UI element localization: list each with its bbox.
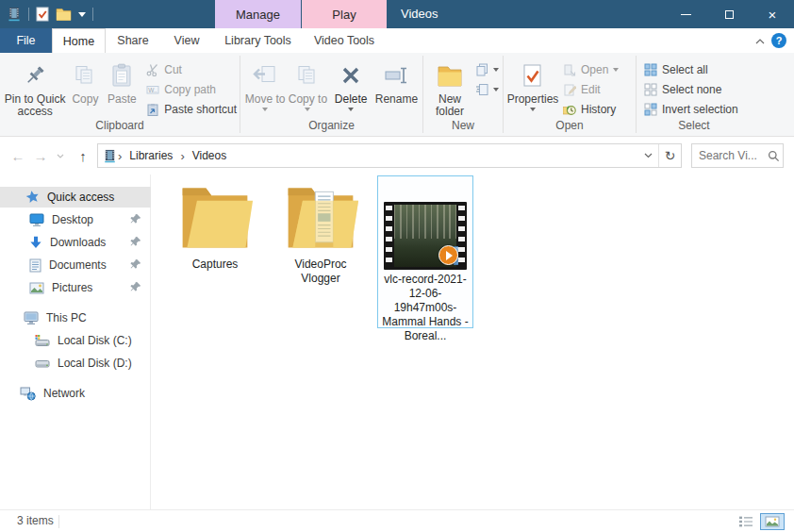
new-item-button[interactable]: [475, 62, 499, 77]
new-item-icon: [475, 63, 488, 76]
sidebar-item-local-disk-c[interactable]: Local Disk (C:): [0, 330, 151, 351]
minimize-button[interactable]: [664, 0, 707, 28]
select-none-button[interactable]: Select none: [644, 82, 738, 97]
dropdown-arrow-icon: [530, 108, 536, 111]
sidebar-item-local-disk-d[interactable]: Local Disk (D:): [0, 353, 151, 374]
pin-to-quick-access-button[interactable]: Pin to Quick access: [3, 57, 67, 118]
help-button[interactable]: ?: [771, 33, 786, 48]
ribbon: Pin to Quick access Copy Paste: [0, 53, 794, 137]
tab-file[interactable]: File: [0, 28, 52, 53]
location-icon: [98, 149, 117, 163]
tab-library-tools[interactable]: Library Tools: [215, 28, 301, 53]
sidebar-item-label: Downloads: [50, 236, 106, 249]
address-bar[interactable]: › Libraries › Videos ↻: [97, 143, 682, 168]
close-button[interactable]: ×: [751, 0, 794, 28]
thumbnails-view-button[interactable]: [760, 513, 785, 530]
navigation-pane: Quick access Desktop Downloads Documents…: [0, 175, 151, 509]
breadcrumb-libraries[interactable]: Libraries: [123, 144, 179, 167]
minimize-icon: [681, 14, 691, 15]
recent-locations-button[interactable]: [53, 137, 68, 175]
easy-access-button[interactable]: [475, 82, 499, 97]
close-icon: ×: [769, 8, 777, 22]
maximize-button[interactable]: [707, 0, 751, 28]
breadcrumb-videos[interactable]: Videos: [186, 144, 233, 167]
open-button[interactable]: Open: [563, 62, 619, 77]
ribbon-group-select: Select all Select none Invert selection …: [637, 53, 752, 136]
button-label: Properties: [507, 93, 559, 106]
history-button[interactable]: History: [563, 102, 619, 117]
paste-shortcut-button[interactable]: Paste shortcut: [146, 102, 237, 117]
ribbon-group-new: New folder New: [423, 53, 503, 136]
network-icon: [20, 387, 36, 401]
file-tile-vlc-record-selected[interactable]: vlc-record-2021-12-06-19h47m00s-Mammal H…: [377, 175, 473, 328]
search-input[interactable]: [692, 149, 764, 162]
button-label: Invert selection: [662, 103, 738, 116]
tab-video-tools[interactable]: Video Tools: [302, 28, 387, 53]
desktop-icon: [29, 213, 44, 227]
copy-path-button[interactable]: W.. Copy path: [146, 82, 237, 97]
contextual-tab-manage[interactable]: Manage: [215, 0, 301, 28]
sidebar-item-documents[interactable]: Documents: [0, 255, 151, 275]
qat-properties-button[interactable]: [36, 7, 49, 22]
sidebar-item-pictures[interactable]: Pictures: [0, 277, 151, 298]
rename-button[interactable]: Rename: [373, 57, 420, 106]
paste-icon: [110, 59, 133, 91]
tab-home[interactable]: Home: [52, 28, 106, 53]
sidebar-item-label: Quick access: [47, 191, 114, 204]
select-all-button[interactable]: Select all: [644, 62, 738, 77]
cut-button[interactable]: Cut: [146, 62, 237, 77]
group-label-clipboard: Clipboard: [0, 119, 240, 136]
properties-check-icon: [522, 59, 543, 91]
copy-button[interactable]: Copy: [67, 57, 103, 106]
address-dropdown-button[interactable]: [637, 144, 658, 167]
move-to-button[interactable]: Move to: [243, 57, 287, 111]
sidebar-item-network[interactable]: Network: [0, 383, 151, 404]
chevron-down-icon: [78, 12, 86, 17]
tab-share[interactable]: Share: [106, 28, 160, 53]
forward-button[interactable]: →: [30, 137, 51, 175]
refresh-button[interactable]: ↻: [658, 144, 681, 167]
qat-customize-button[interactable]: [78, 12, 86, 17]
sidebar-item-quick-access[interactable]: Quick access: [0, 187, 151, 208]
rename-icon: [384, 59, 408, 91]
search-box: [691, 143, 784, 168]
separator: [28, 8, 29, 21]
paste-button[interactable]: Paste: [103, 57, 141, 106]
picture-icon: [29, 282, 44, 294]
new-folder-button[interactable]: New folder: [426, 57, 473, 118]
copy-to-button[interactable]: Copy to: [287, 57, 328, 111]
group-label-organize: Organize: [240, 119, 422, 136]
properties-button[interactable]: Properties: [506, 57, 559, 111]
back-button[interactable]: ←: [8, 137, 28, 175]
chevron-down-icon: [644, 153, 653, 158]
separator: [92, 8, 93, 21]
button-label: Edit: [581, 83, 601, 96]
button-label: History: [581, 103, 616, 116]
search-icon[interactable]: [764, 150, 783, 162]
folder-icon: [175, 181, 255, 255]
group-label-open: Open: [504, 119, 636, 136]
thumbnails-view-icon: [765, 516, 780, 527]
scissors-icon: [146, 63, 159, 76]
status-bar: 3 items: [0, 509, 794, 532]
tab-view[interactable]: View: [160, 28, 213, 53]
edit-button[interactable]: Edit: [563, 82, 619, 97]
select-all-icon: [644, 63, 657, 76]
sidebar-item-this-pc[interactable]: This PC: [0, 308, 151, 328]
delete-button[interactable]: Delete: [329, 57, 373, 111]
qat-new-folder-button[interactable]: [56, 8, 72, 21]
up-button[interactable]: ↑: [72, 137, 94, 175]
file-tile-videoproc-vlogger[interactable]: VideoProc Vlogger: [274, 181, 367, 286]
contextual-tab-play[interactable]: Play: [302, 0, 387, 28]
invert-selection-button[interactable]: Invert selection: [644, 102, 738, 117]
button-label: Select none: [662, 83, 721, 96]
sidebar-item-label: Local Disk (C:): [58, 334, 132, 347]
dropdown-arrow-icon: [305, 108, 310, 111]
delete-x-icon: [339, 59, 362, 91]
chevron-up-icon: [755, 39, 765, 44]
sidebar-item-desktop[interactable]: Desktop: [0, 209, 151, 230]
details-view-button[interactable]: [736, 513, 756, 530]
file-tile-captures[interactable]: Captures: [169, 181, 261, 272]
collapse-ribbon-button[interactable]: [753, 35, 768, 48]
sidebar-item-downloads[interactable]: Downloads: [0, 232, 151, 253]
